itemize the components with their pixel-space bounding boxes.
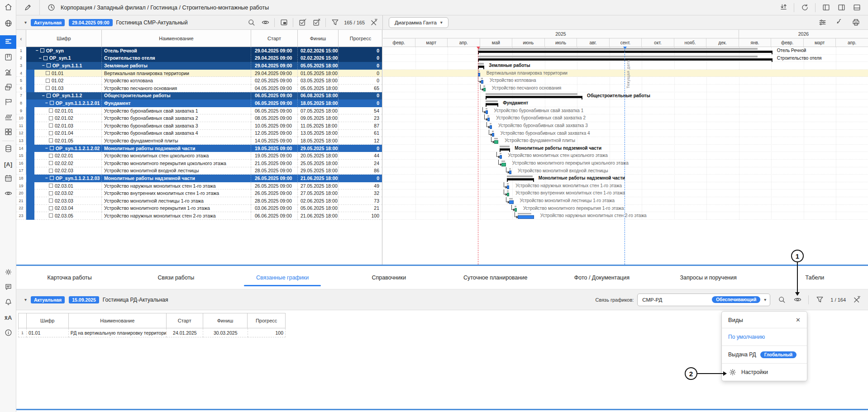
views-popup-item-выдача-рд[interactable]: Выдача РДГлобальный bbox=[722, 346, 807, 363]
table-row[interactable]: 1502.02.01Устройство монолитных стен цок… bbox=[16, 152, 382, 160]
row-checkbox[interactable] bbox=[49, 206, 53, 210]
row-checkbox[interactable] bbox=[49, 131, 53, 135]
close-icon[interactable]: ✕ bbox=[796, 317, 801, 323]
filter-icon[interactable] bbox=[330, 18, 340, 28]
table-row[interactable]: 14−OP_syn.1.1.2.1.2.02Монолитные работы … bbox=[16, 145, 382, 152]
collapse-toggle[interactable]: − bbox=[45, 101, 48, 105]
row-checkbox[interactable] bbox=[49, 191, 53, 195]
summary-bar[interactable] bbox=[478, 51, 773, 53]
col-header-start[interactable]: Старт bbox=[251, 30, 298, 47]
table-row[interactable]: 1702.02.03Устройство монолитной входной … bbox=[16, 167, 382, 175]
task-bar[interactable] bbox=[481, 80, 483, 84]
col-header-code[interactable]: Шифр bbox=[26, 30, 102, 47]
sidebar-item-schedule[interactable] bbox=[0, 35, 16, 49]
collapse-panel-button[interactable]: ‹ bbox=[16, 30, 26, 47]
tab-связанные-графики[interactable]: Связанные графики bbox=[229, 266, 336, 289]
table-row[interactable]: 2−OP_syn.1Строительство отеля29.04.2025 … bbox=[16, 55, 382, 62]
summary-bar[interactable] bbox=[478, 58, 773, 61]
task-bar[interactable] bbox=[507, 185, 509, 189]
bottom-splitter[interactable] bbox=[16, 409, 868, 410]
task-bar[interactable] bbox=[507, 193, 509, 196]
reject-checkbox-icon[interactable] bbox=[311, 18, 321, 28]
col-header-start[interactable]: Старт bbox=[167, 313, 203, 328]
sync-icon[interactable] bbox=[778, 3, 788, 13]
collapse-toggle[interactable]: − bbox=[42, 94, 45, 98]
table-row[interactable]: 8−OP_syn.1.1.2.1.2.01Фундамент06.05.2025… bbox=[16, 99, 382, 107]
chevron-down-icon[interactable]: ▾ bbox=[24, 297, 27, 302]
table-row[interactable]: 501.02Устройство котлована02.05.2025 09:… bbox=[16, 77, 382, 85]
info-icon[interactable] bbox=[0, 327, 16, 340]
table-row[interactable]: 601.03Устройство песчаного основания04.0… bbox=[16, 85, 382, 92]
task-bar[interactable] bbox=[494, 140, 499, 144]
table-row[interactable]: 7−OP_syn.1.1.2Общестроительные работы06.… bbox=[16, 92, 382, 100]
table-row[interactable]: 1602.02.02Устройство монолитного перекры… bbox=[16, 160, 382, 167]
layout-left-split-icon[interactable] bbox=[821, 3, 831, 13]
table-row[interactable]: 1−OP_synОтель Речной29.04.2025 09:0002.0… bbox=[16, 47, 382, 55]
edit-button[interactable] bbox=[16, 0, 40, 15]
table-row[interactable]: 1902.03.01Устройство наружных монолитных… bbox=[16, 182, 382, 190]
search-icon[interactable] bbox=[777, 295, 787, 305]
windows-icon[interactable] bbox=[0, 81, 16, 95]
home-icon[interactable] bbox=[0, 1, 16, 14]
tab-суточное-планирование[interactable]: Суточное планирование bbox=[442, 266, 548, 289]
table-row[interactable]: 2002.03.02Устройство внутренних монолитн… bbox=[16, 189, 382, 197]
collapse-toggle[interactable]: − bbox=[45, 146, 48, 150]
row-checkbox[interactable] bbox=[49, 116, 53, 120]
table-row[interactable]: 2102.03.03Устройство монолитной лестницы… bbox=[16, 197, 382, 205]
row-checkbox[interactable] bbox=[46, 79, 50, 83]
chevron-down-icon[interactable]: ▾ bbox=[24, 20, 27, 25]
task-bar[interactable] bbox=[509, 200, 514, 204]
table-row[interactable]: 902.01.01Устройство буронабивных свай за… bbox=[16, 107, 382, 115]
task-bar[interactable] bbox=[501, 163, 506, 166]
dock-panel-icon[interactable] bbox=[279, 18, 289, 28]
row-checkbox[interactable] bbox=[49, 138, 53, 142]
dashboard-grid-icon[interactable] bbox=[0, 126, 16, 139]
col-header-finish[interactable]: Финиш bbox=[298, 30, 339, 47]
task-bar[interactable] bbox=[500, 155, 502, 159]
row-checkbox[interactable] bbox=[49, 161, 53, 165]
row-checkbox[interactable] bbox=[49, 109, 53, 113]
layout-right-split-icon[interactable] bbox=[836, 3, 846, 13]
task-bar[interactable] bbox=[515, 208, 517, 212]
collapse-toggle[interactable]: − bbox=[39, 56, 42, 60]
tab-связи-работы[interactable]: Связи работы bbox=[123, 266, 229, 289]
clear-filter-icon[interactable] bbox=[852, 295, 862, 305]
filter-icon[interactable] bbox=[815, 295, 825, 305]
print-icon[interactable] bbox=[851, 18, 861, 28]
table-row[interactable]: 1002.01.02Устройство буронабивных свай з… bbox=[16, 114, 382, 122]
col-header-name[interactable]: Наименование bbox=[69, 313, 167, 328]
clear-filter-icon[interactable] bbox=[369, 18, 379, 28]
notifications-bell-icon[interactable] bbox=[0, 296, 16, 309]
theme-icon[interactable] bbox=[0, 266, 16, 279]
views-popup-item-настройки[interactable]: Настройки bbox=[722, 363, 807, 381]
task-bar[interactable] bbox=[490, 125, 492, 129]
views-eye-button[interactable] bbox=[792, 295, 802, 305]
visibility-icon[interactable] bbox=[260, 18, 270, 28]
calendar-icon[interactable] bbox=[0, 172, 16, 186]
database-icon[interactable] bbox=[0, 142, 16, 156]
collapse-toggle[interactable]: − bbox=[42, 63, 45, 67]
globe-icon[interactable] bbox=[0, 17, 16, 31]
row-checkbox[interactable] bbox=[49, 199, 53, 203]
col-header-code[interactable]: Шифр bbox=[27, 313, 69, 328]
views-popup-item-по-умолчанию[interactable]: По умолчанию bbox=[722, 328, 807, 346]
breadcrumb[interactable]: Корпорация / Западный филиал / Гостиница… bbox=[61, 5, 269, 11]
translate-icon[interactable]: x̄A bbox=[0, 311, 16, 324]
row-checkbox[interactable] bbox=[49, 213, 53, 218]
layout-bottom-split-icon[interactable] bbox=[852, 3, 862, 13]
links-route-icon[interactable] bbox=[834, 18, 844, 28]
collapse-toggle[interactable]: − bbox=[45, 176, 48, 180]
summary-bar[interactable] bbox=[507, 178, 534, 180]
row-checkbox[interactable] bbox=[47, 94, 51, 98]
table-row[interactable]: 2302.03.05Устройство наружных монолитных… bbox=[16, 212, 382, 220]
collapse-toggle[interactable]: − bbox=[36, 48, 38, 52]
table-row[interactable]: 18−OP_syn.1.1.2.1.2.03Монолитные работы … bbox=[16, 175, 382, 182]
task-bar[interactable] bbox=[509, 170, 511, 174]
row-checkbox[interactable] bbox=[50, 176, 54, 180]
view-selector-button[interactable]: Диаграмма Ганта ▾ bbox=[389, 17, 448, 28]
row-checkbox[interactable] bbox=[49, 154, 53, 158]
table-row[interactable]: 1302.01.05Устройство фундаментной плиты1… bbox=[16, 137, 382, 145]
row-checkbox[interactable] bbox=[40, 48, 44, 52]
eye-icon[interactable] bbox=[0, 187, 16, 201]
row-checkbox[interactable] bbox=[50, 146, 54, 150]
